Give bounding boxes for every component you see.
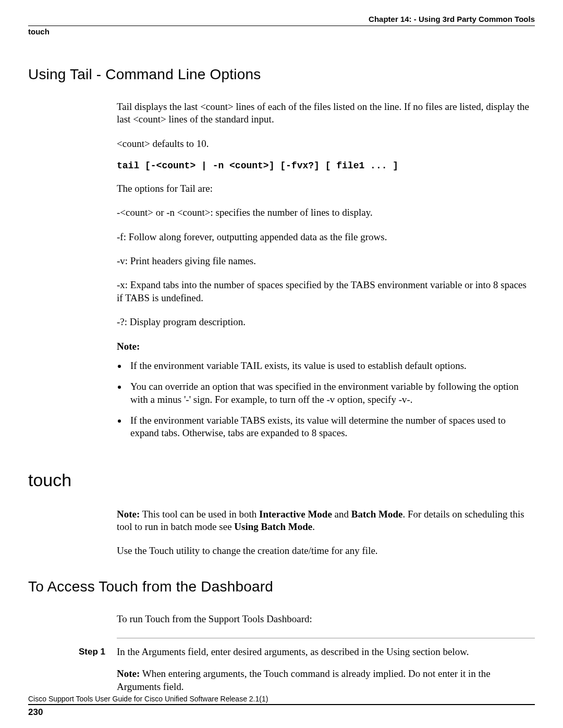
tail-options-intro: The options for Tail are: (117, 182, 534, 195)
tail-syntax: tail [-<count> | -n <count>] [-fvx?] [ f… (117, 161, 534, 171)
header-rule (28, 26, 535, 26)
tail-opt-v: -v: Print headers giving file names. (117, 255, 534, 267)
touch-desc: Use the Touch utility to change the crea… (117, 545, 534, 557)
tail-opt-x: -x: Expand tabs into the number of space… (117, 279, 534, 304)
section-heading-touch: touch (28, 470, 535, 490)
touch-mode-note: Note: This tool can be used in both Inte… (117, 508, 534, 534)
tail-body: Tail displays the last <count> lines of … (117, 101, 534, 440)
tail-note-2: You can override an option that was spec… (127, 380, 534, 406)
step-1-note: Note: When entering arguments, the Touch… (117, 668, 535, 693)
footer-doc-title: Cisco Support Tools User Guide for Cisco… (28, 695, 535, 703)
tail-opt-question: -?: Display program description. (117, 316, 534, 328)
footer-rule (28, 704, 535, 705)
section-heading-tail: Using Tail - Command Line Options (28, 66, 535, 83)
step-1-row: Step 1 In the Arguments field, enter des… (28, 646, 535, 693)
touch-body: Note: This tool can be used in both Inte… (117, 508, 534, 558)
note-label: Note: (117, 509, 140, 520)
page-footer: Cisco Support Tools User Guide for Cisco… (28, 695, 535, 718)
touch-note-seg2: and (332, 509, 351, 520)
access-intro: To run Touch from the Support Tools Dash… (117, 613, 534, 625)
tail-note-1: If the environment variable TAIL exists,… (127, 360, 534, 372)
step-1-note-label: Note: (117, 668, 140, 679)
touch-note-interactive: Interactive Mode (259, 509, 332, 520)
tail-note-3: If the environment variable TABS exists,… (127, 414, 534, 440)
section-heading-access: To Access Touch from the Dashboard (28, 578, 535, 595)
tail-notes-list: If the environment variable TAIL exists,… (117, 360, 534, 440)
tail-intro-2: <count> defaults to 10. (117, 138, 534, 150)
access-body: To run Touch from the Support Tools Dash… (117, 613, 534, 625)
step-1-note-rest: When entering arguments, the Touch comma… (117, 668, 491, 692)
tail-opt-f: -f: Follow along forever, outputting app… (117, 231, 534, 243)
touch-note-batch: Batch Mode (351, 509, 403, 520)
tail-opt-count: -<count> or -n <count>: specifies the nu… (117, 206, 534, 219)
running-head: touch (28, 27, 535, 36)
step-1-label: Step 1 (28, 646, 117, 693)
chapter-header: Chapter 14: - Using 3rd Party Common Too… (28, 15, 535, 23)
step-divider (117, 638, 535, 638)
tail-intro-1: Tail displays the last <count> lines of … (117, 101, 534, 126)
page: Chapter 14: - Using 3rd Party Common Too… (0, 0, 563, 728)
footer-page-number: 230 (28, 707, 535, 718)
step-1-body: In the Arguments field, enter desired ar… (117, 646, 535, 693)
touch-note-seg1: This tool can be used in both (140, 509, 259, 520)
step-1-text: In the Arguments field, enter desired ar… (117, 646, 535, 658)
touch-note-seg4: . (312, 521, 315, 532)
touch-note-using-batch: Using Batch Mode (234, 521, 312, 532)
tail-notes-label: Note: (117, 341, 534, 352)
